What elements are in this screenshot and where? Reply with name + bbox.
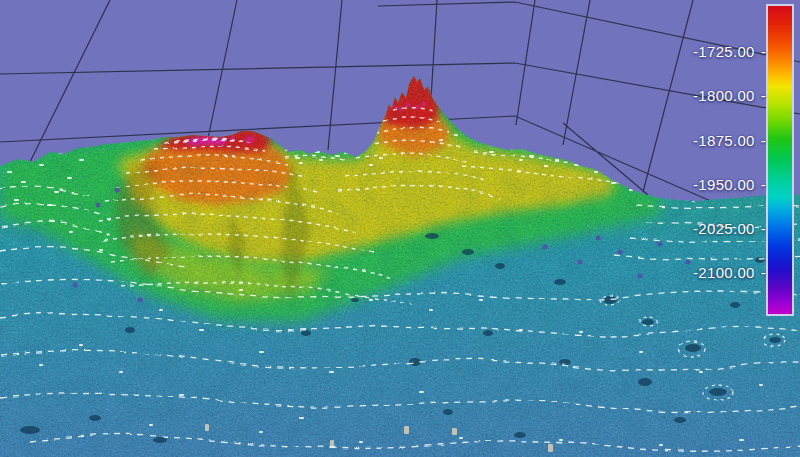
colorbar-tick: -2025.00- [616, 218, 766, 240]
colorbar-tick-mark: - [761, 176, 766, 193]
colorbar-tick: -1725.00- [616, 41, 766, 63]
colorbar-tick-mark: - [761, 220, 766, 237]
colorbar-tick-mark: - [761, 132, 766, 149]
colorbar-tick-label: -2100.00 [693, 264, 755, 281]
colorbar-tick: -1875.00- [616, 130, 766, 152]
colorbar-tick-label: -1800.00 [693, 87, 755, 104]
colorbar-tick: -2100.00- [616, 262, 766, 284]
colorbar-tick-label: -2025.00 [693, 220, 755, 237]
colorbar-tick: -1800.00- [616, 85, 766, 107]
colorbar-tick-mark: - [761, 43, 766, 60]
colorbar-tick-mark: - [761, 264, 766, 281]
colorbar-tick-label: -1875.00 [693, 132, 755, 149]
colorbar-tick: -1950.00- [616, 174, 766, 196]
colorbar-tick-label: -1725.00 [693, 43, 755, 60]
colorbar [766, 4, 794, 316]
colorbar-tick-mark: - [761, 87, 766, 104]
colorbar-tick-label: -1950.00 [693, 176, 755, 193]
bathymetry-viewport[interactable]: -1725.00- -1800.00- -1875.00- -1950.00- … [0, 0, 800, 457]
